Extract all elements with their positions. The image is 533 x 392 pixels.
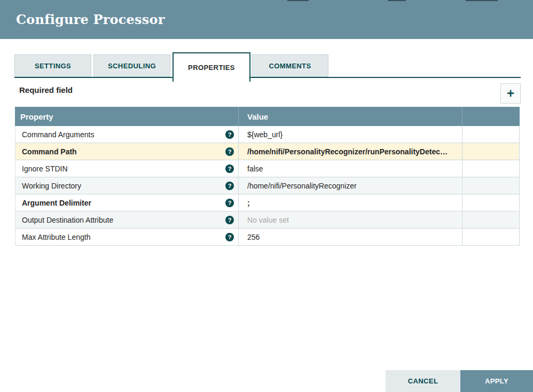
- table-row: Command Arguments ? ${web_url}: [15, 126, 520, 143]
- table-row: Argument Delimiter ? ;: [15, 194, 520, 211]
- property-value[interactable]: 256: [239, 229, 463, 245]
- table-row: Output Destination Attribute ? No value …: [15, 211, 520, 229]
- help-icon[interactable]: ?: [225, 216, 234, 224]
- tab-comments[interactable]: COMMENTS: [252, 54, 328, 77]
- tab-properties-label: PROPERTIES: [188, 64, 235, 72]
- add-property-button[interactable]: +: [500, 83, 521, 104]
- dialog-titlebar: Configure Processor: [0, 0, 533, 39]
- help-icon[interactable]: ?: [225, 182, 234, 190]
- table-header-row: Property Value: [15, 107, 520, 126]
- cancel-button[interactable]: CANCEL: [386, 370, 460, 392]
- help-icon[interactable]: ?: [225, 130, 234, 139]
- apply-button[interactable]: APPLY: [460, 370, 533, 392]
- table-row: Ignore STDIN ? false: [15, 160, 520, 177]
- property-name: Working Directory: [22, 182, 81, 190]
- tab-settings-label: SETTINGS: [35, 62, 71, 70]
- property-value[interactable]: false: [239, 160, 463, 177]
- table-row: Max Attribute Length ? 256: [15, 229, 520, 246]
- plus-icon: +: [507, 87, 514, 100]
- tab-settings[interactable]: SETTINGS: [14, 54, 91, 77]
- required-field-label: Required field: [19, 85, 73, 95]
- column-header-value: Value: [239, 107, 463, 126]
- property-name: Max Attribute Length: [22, 233, 90, 241]
- dialog-title: Configure Processor: [16, 12, 165, 27]
- property-name: Ignore STDIN: [22, 164, 68, 173]
- property-value[interactable]: ${web_url}: [239, 126, 463, 143]
- tab-scheduling-label: SCHEDULING: [108, 62, 156, 70]
- property-value[interactable]: ;: [239, 194, 463, 211]
- properties-table: Property Value Command Arguments ? ${web…: [15, 107, 520, 246]
- table-row: Command Path ? /home/nifi/PersonalityRec…: [15, 143, 520, 160]
- tab-comments-label: COMMENTS: [269, 62, 311, 70]
- help-icon[interactable]: ?: [225, 147, 234, 156]
- property-name: Command Path: [22, 147, 77, 156]
- help-icon[interactable]: ?: [225, 164, 234, 173]
- tab-bar-underline: [14, 77, 521, 78]
- configure-processor-dialog: Configure Processor SETTINGS SCHEDULING …: [0, 0, 533, 392]
- tab-scheduling[interactable]: SCHEDULING: [93, 54, 170, 77]
- property-name: Command Arguments: [22, 130, 94, 139]
- background-page-sliver: [0, 0, 533, 1]
- help-icon[interactable]: ?: [225, 233, 234, 241]
- help-icon[interactable]: ?: [225, 199, 234, 207]
- column-header-property: Property: [15, 107, 239, 126]
- property-value[interactable]: /home/nifi/PersonalityRecognizer/runPers…: [239, 143, 463, 160]
- property-name: Output Destination Attribute: [22, 216, 113, 224]
- property-value[interactable]: No value set: [239, 211, 463, 228]
- table-row: Working Directory ? /home/nifi/Personali…: [15, 177, 520, 194]
- property-value[interactable]: /home/nifi/PersonalityRecognizer: [239, 177, 463, 194]
- property-name: Argument Delimiter: [22, 199, 91, 207]
- tab-bar: SETTINGS SCHEDULING PROPERTIES COMMENTS: [14, 52, 521, 82]
- tab-properties[interactable]: PROPERTIES: [173, 52, 250, 82]
